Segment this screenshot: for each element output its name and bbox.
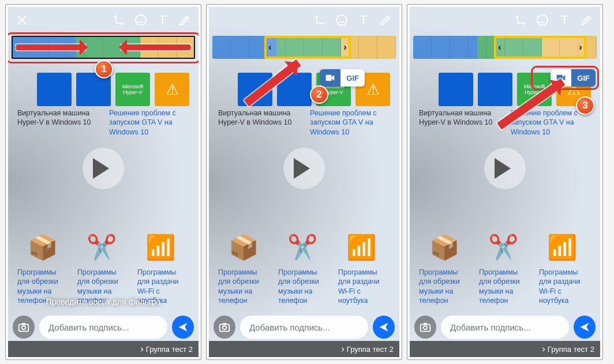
svg-point-2 [22,326,25,329]
text-tool-button[interactable] [152,10,173,31]
emoji-button[interactable] [331,10,352,31]
toggle-video-mode[interactable] [320,69,340,87]
crop-rotate-button[interactable] [309,10,330,31]
recipient-chip[interactable]: Группа тест 2 [410,341,600,357]
crop-rotate-icon [514,13,527,27]
emoji-button[interactable] [130,10,151,31]
article-title: Программы для обрезки музыки на телефон [479,268,531,305]
tile-blue [76,73,111,106]
video-gif-toggle[interactable]: GIF [320,69,365,87]
crop-rotate-icon [112,13,126,27]
recipient-name: Группа тест 2 [146,345,193,354]
router-icon: 📶 [337,223,385,271]
caption-input[interactable] [441,316,569,339]
send-icon [579,321,590,333]
article-title: Виртуальная машина Hyper-V в Windows 10 [17,108,98,137]
camera-gallery-button[interactable] [13,316,35,339]
article-title: Виртуальная машина Hyper-V в Windows 10 [419,108,499,137]
video-icon [556,74,566,81]
text-tool-button[interactable] [554,10,575,31]
send-icon [378,321,390,333]
router-icon: 📶 [538,223,586,271]
article-title: Программы для обрезки музыки на телефон [218,268,270,305]
close-icon [15,13,29,27]
caption-send-bar [8,313,199,341]
trim-handle-left[interactable]: ‹ [12,37,21,58]
phone-step-3: Microsoft Hyper-V Виртуальная машина Hyp… [407,5,602,359]
swipe-up-filter-hint: Проведите вверх для фильтра [8,297,199,306]
article-title: Виртуальная машина Hyper-V в Windows 10 [218,108,298,137]
trim-selection[interactable]: ‹ › [12,36,195,59]
caption-input[interactable] [39,316,167,339]
article-title: Решение проблем с запуском GTA V на Wind… [511,108,591,137]
tile-microsoft: Microsoft Hyper-V [517,73,552,106]
tutorial-collage: Microsoft Hyper-V Виртуальная машина Hyp… [6,5,608,359]
video-trim-bar[interactable]: ‹ › [212,36,396,59]
camera-gallery-button[interactable] [214,316,235,339]
caption-input[interactable] [240,316,368,339]
tile-blue [37,73,72,106]
recipient-chip[interactable]: Группа тест 2 [8,341,199,357]
draw-icon [379,13,392,27]
router-icon: 📶 [136,223,185,271]
tile-blue [277,73,312,106]
tile-warning [155,73,189,106]
send-button[interactable] [172,316,194,339]
crop-rotate-icon [313,13,327,27]
scissors-icon: ✂️ [479,223,527,271]
video-trim-bar[interactable]: ‹ › [12,36,195,59]
recipient-chip[interactable]: Группа тест 2 [209,341,399,357]
toggle-video-mode[interactable] [551,69,571,87]
article-title: Программы для обрезки музыки на телефон [419,268,471,305]
trim-selection[interactable]: ‹ › [494,36,586,59]
video-icon [325,74,335,81]
editor-top-toolbar [209,7,399,33]
trim-handle-left[interactable]: ‹ [495,38,504,57]
send-button[interactable] [574,316,596,339]
svg-point-3 [336,15,347,25]
toggle-gif-mode[interactable]: GIF [340,69,365,87]
trim-handle-right[interactable]: › [186,37,195,58]
video-gif-toggle[interactable]: GIF [551,69,596,87]
software-box-icon: 📦 [219,223,268,271]
svg-point-7 [537,15,548,25]
play-button[interactable] [83,148,124,189]
scissors-icon: ✂️ [278,223,327,271]
article-title: Решение проблем с запуском GTA V на Wind… [310,108,390,137]
send-button[interactable] [373,316,395,339]
close-button[interactable] [12,10,32,31]
crop-rotate-button[interactable] [108,10,129,31]
draw-tool-button[interactable] [576,10,597,31]
draw-tool-button[interactable] [375,10,396,31]
video-trim-bar[interactable]: ‹ › [413,36,597,59]
play-button[interactable] [283,148,325,189]
camera-icon [17,321,30,333]
tile-blue [478,73,512,106]
article-title: Решение проблем с запуском GTA V на Wind… [109,108,189,137]
recipient-name: Группа тест 2 [347,345,394,354]
trim-selection[interactable]: ‹ › [264,36,351,59]
emoji-button[interactable] [532,10,553,31]
draw-tool-button[interactable] [174,10,195,31]
caption-send-bar [410,313,600,341]
camera-gallery-button[interactable] [414,316,436,339]
article-title: Программы для обрезки музыки на телефон [278,268,330,305]
trim-handle-right[interactable]: › [340,38,350,57]
phone-step-2: Microsoft Hyper-V Виртуальная машина Hyp… [207,5,402,359]
svg-point-0 [136,15,146,25]
trim-handle-left[interactable]: ‹ [265,38,275,57]
play-button[interactable] [484,148,526,189]
trim-handle-right[interactable]: › [576,38,585,57]
software-box-icon: 📦 [420,223,469,271]
crop-rotate-button[interactable] [510,10,531,31]
software-box-icon: 📦 [18,223,67,271]
emoji-icon [134,13,148,27]
article-title: Программы для раздачи Wi-Fi с ноутбука [539,268,591,305]
editor-top-toolbar [8,7,199,33]
text-tool-button[interactable] [353,10,374,31]
tile-blue [238,73,272,106]
toggle-gif-mode[interactable]: GIF [571,69,596,87]
tile-blue [439,73,473,106]
emoji-icon [335,13,349,27]
caption-send-bar [209,313,399,341]
